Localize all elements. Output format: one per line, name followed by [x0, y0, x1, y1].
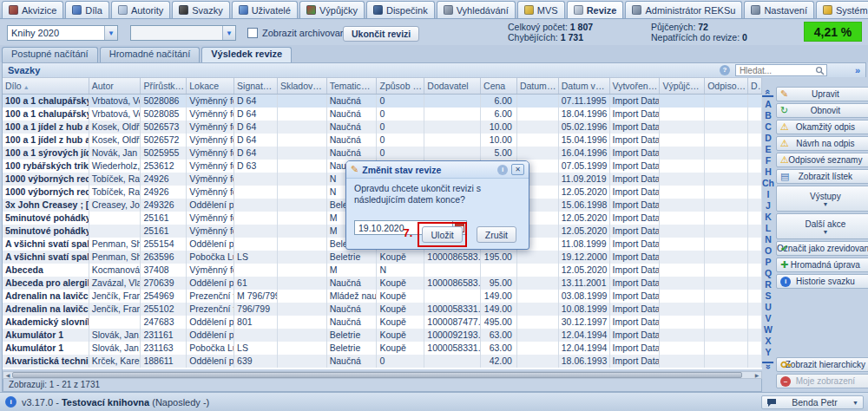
table-row[interactable]: Akumulátor 1Slovák, Jan, ...231161Odděle… [3, 329, 762, 342]
outputs-button[interactable]: Výstupy▼ [776, 186, 868, 212]
alphabet-letter-s[interactable]: S [765, 290, 771, 302]
column-header-zpusob[interactable]: Způsob pořízení [377, 78, 424, 94]
table-row[interactable]: Adrenalin na lavičce : zp...Jenčík, Fran… [3, 303, 762, 316]
column-header-cena[interactable]: Cena [481, 78, 517, 94]
current-user-button[interactable]: Benda Petr ▼ [761, 395, 864, 409]
alphabet-letter-n[interactable]: N [765, 234, 772, 245]
alphabet-letter-w[interactable]: W [764, 324, 773, 336]
scroll-left-icon[interactable]: ◀ [3, 372, 12, 378]
alphabet-letter-y[interactable]: Y [765, 347, 771, 358]
show-ticket-button[interactable]: ▤Zobrazit lístek [776, 169, 868, 184]
table-row[interactable]: Adrenalin na lavičce : zp...Jenčík, Fran… [3, 290, 762, 303]
secondary-select[interactable]: ▼ [130, 25, 236, 41]
bulk-edit-button[interactable]: ✚Hromadná úprava [776, 258, 868, 272]
column-header-datum_vytvoreni[interactable]: Datum vytvoření [559, 78, 610, 94]
tab-akvizice[interactable]: Akvizice [2, 1, 63, 18]
alphabet-letter-l[interactable]: L [766, 223, 771, 234]
cancel-button[interactable]: Zrušit [477, 226, 516, 243]
dialog-title-bar[interactable]: ✎ Změnit stav revize i ✕ [346, 161, 529, 179]
search-input[interactable] [740, 66, 815, 75]
table-row[interactable]: 100 a 1 sýrových jídelNovák, Jan5025955V… [3, 147, 762, 160]
tab-vyhledavani[interactable]: Vyhledávání [437, 1, 516, 18]
column-header-prirustkove[interactable]: Přírůstkové číslo [141, 78, 187, 94]
more-actions-button[interactable]: Další akce▼ [776, 213, 868, 239]
table-row[interactable]: A všichni svatí spali. 2. dílPenman, Sha… [3, 251, 762, 264]
tab-vypujcky[interactable]: Výpůjčky [299, 1, 365, 18]
table-row[interactable]: Akvaristická technikaKrček, Karel, ...18… [3, 355, 762, 368]
column-header-signatura[interactable]: Signatura [234, 78, 278, 94]
table-row[interactable]: 100 a 1 jídel z hub a na ...Kosek, Oldři… [3, 134, 762, 147]
writeoff-lists-button[interactable]: ⚠Odpisové seznamy [776, 153, 868, 167]
show-archived-checkbox[interactable] [247, 28, 258, 38]
alphabet-letter-b[interactable]: B [765, 110, 772, 121]
scrollbar-thumb[interactable] [12, 372, 742, 378]
column-header-dat[interactable]: Datum [748, 78, 762, 94]
column-header-datum_vzniku[interactable]: Datum vzniku [517, 78, 559, 94]
revision-select[interactable]: Knihy 2020 ▼ [7, 25, 118, 41]
alphabet-letter-i[interactable]: I [767, 189, 770, 200]
tab-dila[interactable]: Díla [65, 1, 109, 18]
table-row[interactable]: 100 a 1 jídel z hub a na ...Kosek, Oldři… [3, 121, 762, 134]
volume-history-button[interactable]: iHistorie svazku [776, 274, 868, 289]
table-row[interactable]: Akademický slovník cizíc...247683Oddělen… [3, 316, 762, 329]
alphabet-letter-p[interactable]: P [765, 257, 771, 268]
help-icon[interactable]: ? [720, 65, 730, 75]
column-header-dilo[interactable]: Dílo ▲ [3, 78, 89, 94]
scroll-right-icon[interactable]: ▶ [753, 372, 761, 378]
subtab-postupne-nacitani[interactable]: Postupné načítání [2, 47, 98, 62]
tab-nastaveni[interactable]: Nastavení [744, 1, 814, 18]
alphabet-letter-u[interactable]: U [765, 302, 772, 313]
alphabet-letter-c[interactable]: C [765, 121, 772, 133]
show-hierarchy-button[interactable]: Zobrazit hierarchicky [776, 357, 868, 372]
tab-svazky[interactable]: Svazky [172, 1, 229, 18]
tab-autority[interactable]: Autority [111, 1, 170, 18]
scroll-to-bottom-icon[interactable]: « [763, 362, 774, 369]
alphabet-letter-ch[interactable]: Ch [762, 178, 774, 189]
alphabet-letter-a[interactable]: A [765, 99, 772, 110]
end-revision-button[interactable]: Ukončit revizi [343, 26, 419, 42]
alphabet-letter-x[interactable]: X [765, 336, 771, 347]
table-row[interactable]: AbecedaKocmanová, ...37408Výměnný fondMN… [3, 264, 762, 277]
column-header-vytvoreno[interactable]: Vytvořeno uživatelem [610, 78, 661, 94]
alphabet-letter-j[interactable]: J [766, 200, 771, 212]
alphabet-letter-f[interactable]: F [766, 155, 771, 166]
subtab-vysledek-revize[interactable]: Výsledek revize [201, 47, 292, 62]
mark-revised-button[interactable]: ✔Označit jako zrevidované [776, 241, 868, 256]
table-row[interactable]: Abeceda pro alergiky a p...Zavázal, Vlad… [3, 277, 762, 290]
tab-system[interactable]: Systém [816, 1, 868, 18]
save-button[interactable]: Uložit [422, 226, 462, 243]
subtab-hromadne-nacitani[interactable]: Hromadné načítání [100, 47, 201, 62]
collapse-panel-icon[interactable]: » [855, 65, 860, 75]
refresh-button[interactable]: ↻Obnovit [776, 103, 868, 118]
tab-administrator-reksu[interactable]: Administrátor REKSu [625, 1, 742, 18]
column-header-lokace[interactable]: Lokace [187, 78, 234, 94]
alphabet-letter-v[interactable]: V [765, 313, 771, 324]
column-header-odpisove[interactable]: Odpisové číslo [705, 78, 748, 94]
writeoff-proposal-button[interactable]: ⚠Návrh na odpis [776, 136, 868, 151]
tab-mvs[interactable]: MVS [517, 1, 565, 18]
alphabet-letter-d[interactable]: D [765, 133, 772, 144]
table-row[interactable]: Akumulátor 1Slovák, Jan, ...231163Pobočk… [3, 342, 762, 355]
table-row[interactable]: 100 a 1 chalupářských p...Vrbatová, Ve..… [3, 95, 762, 108]
column-header-skladova[interactable]: Skladová signatura [278, 78, 327, 94]
alphabet-letter-e[interactable]: E [765, 144, 771, 155]
tab-dispecink[interactable]: Dispečink [366, 1, 435, 18]
horizontal-scrollbar[interactable]: ◀ ▶ [3, 371, 762, 379]
close-icon[interactable]: ✕ [511, 164, 524, 175]
scroll-to-top-icon[interactable]: « [763, 89, 774, 97]
edit-button[interactable]: ✎Upravit [776, 87, 868, 101]
column-header-vypujcni[interactable]: Výpůjční kategorie [660, 78, 705, 94]
column-header-dodavatel[interactable]: Dodavatel [424, 78, 481, 94]
search-box[interactable] [735, 64, 827, 76]
table-row[interactable]: 100 a 1 chalupářských p...Vrbatová, Ve..… [3, 108, 762, 121]
immediate-writeoff-button[interactable]: ⚠Okamžitý odpis [776, 120, 868, 134]
column-header-tematicka[interactable]: Tematická skupina [327, 78, 378, 94]
alphabet-letter-r[interactable]: R [765, 279, 772, 290]
tab-revize[interactable]: Revize [567, 1, 624, 18]
alphabet-letter-o[interactable]: O [765, 245, 772, 257]
tab-uzivatele[interactable]: Uživatelé [232, 1, 298, 18]
alphabet-letter-h[interactable]: H [765, 166, 772, 178]
alphabet-letter-q[interactable]: Q [765, 268, 772, 279]
info-icon[interactable]: i [497, 165, 508, 175]
column-header-autor[interactable]: Autor [89, 78, 141, 94]
